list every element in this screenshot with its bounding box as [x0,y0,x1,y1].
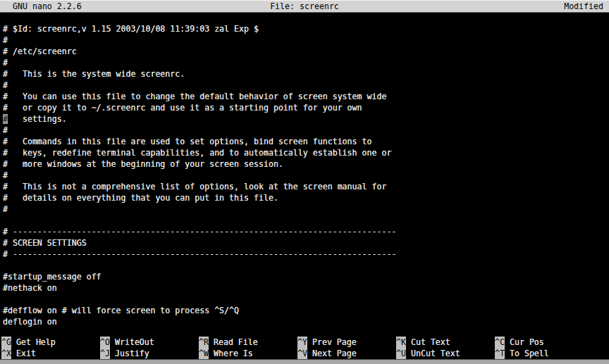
editor-line: # --------------------------------------… [3,249,609,260]
shortcut-label: Get Help [16,337,56,347]
text-cursor: # [3,114,8,124]
menu-item-to-spell: ^TTo Spell [495,348,549,359]
shortcut-label: Next Page [312,349,357,358]
menu-item-read-file: ^RRead File [199,337,258,348]
editor-line: # [3,203,609,215]
editor-line [3,215,609,226]
menu-item-cur-pos: ^CCur Pos [495,337,544,348]
editor-line: # [3,80,609,91]
menu-item-get-help: ^GGet Help [1,337,56,348]
editor-line: # more windows at the beginning of your … [3,158,609,170]
editor-line: # You can use this file to change the de… [3,91,609,102]
editor-line: # [3,57,609,68]
menu-item-where-is: ^WWhere Is [199,348,253,359]
menu-item-prev-page: ^YPrev Page [297,337,357,348]
shortcut-key: ^J [100,348,110,359]
editor-line: # This is the system wide screenrc. [3,68,609,80]
shortcut-label: Cur Pos [510,337,544,347]
editor-line [3,294,609,305]
editor-line: # SCREEN SETTINGS [3,237,609,249]
editor-line: # This is not a comprehensive list of op… [3,181,609,192]
nano-titlebar: GNU nano 2.2.6 File: screenrc Modified [0,0,609,13]
shortcut-key: ^G [1,337,11,348]
shortcut-label: To Spell [510,349,549,358]
shortcut-label: Exit [16,349,36,358]
editor-line: #startup_message off [3,271,609,282]
modified-badge: Modified [564,1,603,12]
menu-item-cut-text: ^KCut Text [396,337,450,348]
editor-line: # --------------------------------------… [3,226,609,237]
shortcut-label: Justify [115,349,149,358]
editor-line: #defflow on # will force screen to proce… [3,305,609,316]
shortcut-key: ^W [199,348,209,359]
editor-line: # [3,125,609,136]
shortcut-key: ^X [1,348,11,359]
editor-line: # [3,34,609,46]
shortcut-menu: ^GGet Help^OWriteOut^RRead File^YPrev Pa… [0,337,609,359]
shortcut-label: Cut Text [411,337,450,347]
menu-item-writeout: ^OWriteOut [100,337,154,348]
editor-line: # details on everything that you can put… [3,192,609,203]
editor-text-area[interactable]: # $Id: screenrc,v 1.15 2003/10/08 11:39:… [3,23,609,327]
window-bottom-edge [0,359,609,364]
shortcut-key: ^C [495,337,505,348]
editor-line: # $Id: screenrc,v 1.15 2003/10/08 11:39:… [3,23,609,34]
editor-line [3,260,609,271]
shortcut-key: ^V [297,348,307,359]
editor-line: # Commands in this file are used to set … [3,136,609,147]
shortcut-label: UnCut Text [411,349,460,358]
menu-item-justify: ^JJustify [100,348,149,359]
file-name-label: File: screenrc [0,1,609,12]
editor-line: deflogin on [3,316,609,327]
shortcut-label: Where Is [214,349,253,358]
shortcut-label: Prev Page [312,337,357,347]
menu-item-exit: ^XExit [1,348,36,359]
shortcut-key: ^T [495,348,505,359]
shortcut-key: ^K [396,337,406,348]
editor-line: # [3,170,609,181]
editor-line: # or copy it to ~/.screenrc and use it a… [3,102,609,113]
nano-terminal-window: GNU nano 2.2.6 File: screenrc Modified #… [0,0,609,364]
shortcut-menu-row: ^GGet Help^OWriteOut^RRead File^YPrev Pa… [0,337,609,348]
shortcut-key: ^U [396,348,406,359]
shortcut-label: Read File [214,337,258,347]
shortcut-key: ^O [100,337,110,348]
shortcut-menu-row: ^XExit^JJustify^WWhere Is^VNext Page^UUn… [0,348,609,359]
menu-item-next-page: ^VNext Page [297,348,357,359]
shortcut-key: ^R [199,337,209,348]
editor-line: # keys, redefine terminal capabilities, … [3,147,609,158]
menu-item-uncut-text: ^UUnCut Text [396,348,460,359]
editor-line: #nethack on [3,282,609,294]
shortcut-label: WriteOut [115,337,154,347]
shortcut-key: ^Y [297,337,307,348]
editor-line: # /etc/screenrc [3,46,609,57]
editor-line: # settings. [3,113,609,125]
